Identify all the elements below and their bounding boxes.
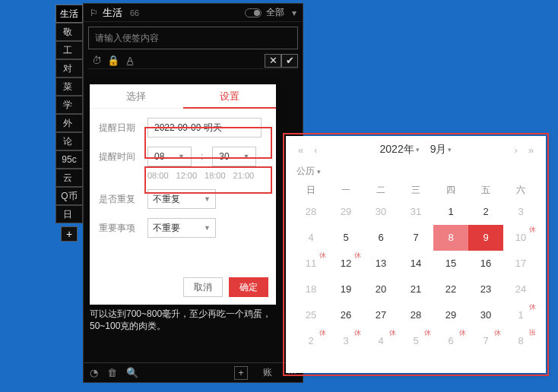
calendar-day[interactable]: 21: [398, 277, 433, 302]
calendar-day[interactable]: 8: [433, 225, 468, 251]
search-icon[interactable]: 🔍: [126, 367, 138, 378]
calendar-dow: 五: [468, 181, 503, 199]
cancel-button[interactable]: 取消: [183, 277, 223, 297]
calendar-day[interactable]: 2休: [293, 328, 328, 354]
time-preset[interactable]: 21:00: [233, 171, 255, 180]
left-tab-item[interactable]: 敬: [55, 23, 83, 41]
calendar-day[interactable]: 7休: [468, 328, 503, 354]
calendar-day[interactable]: 3: [503, 199, 538, 225]
calendar-day[interactable]: 1休: [503, 302, 538, 328]
calendar-day[interactable]: 25: [293, 302, 328, 328]
time-preset[interactable]: 18:00: [204, 171, 226, 180]
prev-year-button[interactable]: «: [295, 144, 306, 156]
calendar-day[interactable]: 7: [398, 225, 433, 251]
calendar-day[interactable]: 14: [398, 251, 433, 277]
add-tab-button[interactable]: +: [61, 226, 78, 242]
time-preset[interactable]: 08:00: [147, 171, 169, 180]
calendar-day[interactable]: 29: [433, 302, 468, 328]
calendar-day[interactable]: 12休: [328, 251, 363, 277]
calendar-day[interactable]: 5: [328, 225, 363, 251]
left-tab-item[interactable]: 95c: [55, 150, 83, 169]
calendar-day[interactable]: 13: [363, 251, 398, 277]
left-tab-item[interactable]: 日: [55, 205, 83, 223]
calendar-day[interactable]: 20: [363, 277, 398, 302]
calendar-day[interactable]: 4: [293, 225, 328, 251]
left-tab-item[interactable]: 对: [55, 59, 83, 77]
hour-select[interactable]: 08 ▼: [147, 147, 192, 166]
time-preset[interactable]: 12:00: [176, 171, 198, 180]
tab-set[interactable]: 设置: [183, 84, 277, 109]
calendar-day[interactable]: 18: [293, 277, 328, 302]
next-year-button[interactable]: »: [525, 144, 537, 156]
calendar-day[interactable]: 2: [468, 199, 503, 225]
holiday-badge: 休: [424, 330, 431, 337]
left-tab-item[interactable]: Q币: [55, 187, 83, 205]
calendar-day[interactable]: 11休: [293, 251, 328, 277]
reminder-icon[interactable]: ⏱: [88, 54, 105, 68]
repeat-select[interactable]: 不重复 ▼: [147, 189, 216, 209]
history-icon[interactable]: ◔: [90, 367, 98, 378]
add-note-button[interactable]: +: [234, 366, 248, 380]
text-color-icon[interactable]: A: [122, 54, 138, 68]
prev-month-button[interactable]: ‹: [311, 144, 320, 156]
calendar-day[interactable]: 31: [398, 199, 433, 225]
confirm-button[interactable]: ✔: [281, 54, 298, 68]
chevron-down-icon: ▼: [178, 153, 185, 160]
left-tab-item[interactable]: 论: [55, 132, 83, 150]
calendar-day[interactable]: 6休: [433, 328, 468, 354]
calendar-day[interactable]: 6: [363, 225, 398, 251]
holiday-badge: 休: [494, 330, 501, 337]
calendar-day[interactable]: 22: [433, 277, 468, 302]
year-select[interactable]: 2022年 ▾: [377, 143, 423, 156]
reminder-date-field[interactable]: 2022-09-09 明天: [147, 118, 262, 138]
holiday-badge: 休: [459, 330, 466, 337]
left-tab-item[interactable]: 云: [55, 169, 83, 187]
calendar-day[interactable]: 4休: [363, 328, 398, 354]
note-input[interactable]: 请输入便签内容: [88, 27, 298, 49]
month-value: 9月: [430, 143, 447, 156]
calendar-day[interactable]: 28: [398, 302, 433, 328]
calendar-day[interactable]: 19: [328, 277, 363, 302]
left-tab-item[interactable]: 工: [55, 41, 83, 59]
calendar-day[interactable]: 26: [328, 302, 363, 328]
chevron-down-icon[interactable]: ▾: [292, 8, 296, 18]
calendar-dow: 一: [328, 181, 363, 199]
trash-icon[interactable]: 🗑: [107, 367, 117, 378]
next-month-button[interactable]: ›: [511, 144, 520, 156]
account-button[interactable]: 账: [263, 366, 272, 379]
lock-icon[interactable]: 🔒: [105, 54, 122, 68]
calendar-day[interactable]: 17: [503, 251, 538, 277]
calendar-day[interactable]: 10休: [503, 225, 538, 251]
calendar-day[interactable]: 28: [293, 199, 328, 225]
calendar-day[interactable]: 24: [503, 277, 538, 302]
calendar-body: « ‹ 2022年 ▾ 9月 ▾ › » 公历 ▾ 日一二三四五六2829303…: [286, 136, 546, 373]
left-tab-item[interactable]: 学: [55, 96, 83, 114]
calendar-dow: 六: [503, 181, 538, 199]
holiday-badge: 休: [529, 304, 536, 311]
important-select[interactable]: 不重要 ▼: [147, 218, 216, 238]
calendar-day[interactable]: 27: [363, 302, 398, 328]
calendar-day[interactable]: 5休: [398, 328, 433, 354]
tab-select[interactable]: 选择: [90, 84, 183, 109]
left-tab-item[interactable]: 菜: [55, 77, 83, 96]
calendar-day[interactable]: 30: [363, 199, 398, 225]
chevron-down-icon: ▾: [416, 146, 420, 153]
calendar-day[interactable]: 3休: [328, 328, 363, 354]
ok-button[interactable]: 确定: [229, 277, 268, 297]
filter-all[interactable]: 全部: [266, 6, 284, 19]
toggle-switch[interactable]: [245, 8, 262, 17]
left-tab-item[interactable]: 生活: [55, 5, 83, 23]
calendar-day[interactable]: 23: [468, 277, 503, 302]
left-tab-item[interactable]: 外: [55, 114, 83, 132]
close-button[interactable]: ✕: [265, 54, 281, 68]
calendar-day[interactable]: 30: [468, 302, 503, 328]
calendar-type-select[interactable]: 公历 ▾: [286, 163, 546, 178]
calendar-day[interactable]: 15: [433, 251, 468, 277]
minute-select[interactable]: 30 ▼: [212, 147, 256, 166]
calendar-day[interactable]: 29: [328, 199, 363, 225]
month-select[interactable]: 9月 ▾: [427, 143, 455, 156]
calendar-day[interactable]: 1: [433, 199, 468, 225]
calendar-day[interactable]: 16: [468, 251, 503, 277]
calendar-day[interactable]: 8班: [503, 328, 538, 354]
calendar-day[interactable]: 9: [468, 225, 503, 251]
